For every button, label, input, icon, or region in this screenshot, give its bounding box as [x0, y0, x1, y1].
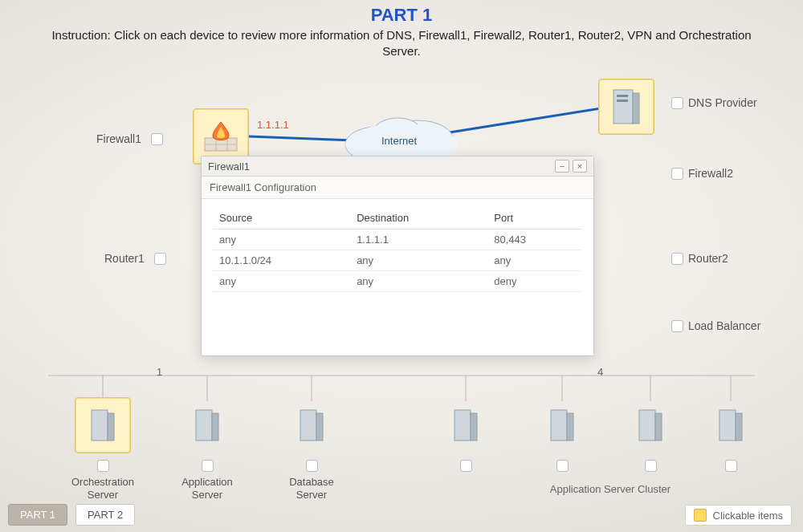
table-row: any any deny: [213, 271, 582, 292]
svg-rect-35: [719, 410, 736, 441]
svg-rect-33: [639, 410, 655, 441]
server-icon: [609, 87, 644, 127]
svg-rect-36: [736, 413, 742, 441]
server-icon: [546, 407, 578, 444]
checkbox-cluster-1[interactable]: [460, 460, 472, 472]
svg-rect-31: [551, 410, 567, 441]
col-source: Source: [213, 207, 350, 229]
col-destination: Destination: [350, 207, 487, 229]
svg-rect-25: [196, 410, 212, 441]
table-row: 10.1.1.0/24 any any: [213, 250, 582, 271]
svg-rect-11: [633, 93, 639, 124]
checkbox-router1[interactable]: [154, 253, 166, 265]
checkbox-firewall2[interactable]: [671, 168, 683, 180]
checkbox-router2[interactable]: [671, 253, 683, 265]
label-router1: Router1: [104, 252, 145, 265]
label-load-balancer: Load Balancer: [688, 319, 760, 332]
legend-clickable: Clickable items: [685, 505, 792, 526]
label-firewall1: Firewall1: [96, 132, 141, 145]
label-app-cluster: Application Server Cluster: [522, 483, 699, 495]
checkbox-orchestration[interactable]: [97, 460, 109, 472]
svg-rect-29: [454, 410, 471, 441]
tab-part1[interactable]: PART 1: [8, 504, 67, 526]
server-icon: [296, 407, 328, 444]
svg-rect-27: [300, 410, 316, 441]
close-button[interactable]: ×: [573, 160, 587, 173]
checkbox-app-server[interactable]: [202, 460, 214, 472]
cell: 10.1.1.0/24: [213, 250, 350, 271]
checkbox-firewall1[interactable]: [151, 133, 163, 145]
device-app-cluster-node[interactable]: [438, 397, 494, 453]
cell: any: [350, 250, 487, 271]
svg-rect-30: [471, 413, 477, 441]
svg-rect-12: [617, 95, 628, 97]
label-internet: Internet: [381, 135, 417, 147]
minimize-button[interactable]: −: [555, 160, 569, 173]
device-app-cluster-node[interactable]: [534, 397, 590, 453]
svg-rect-34: [655, 413, 662, 441]
server-icon: [87, 407, 119, 444]
checkbox-cluster-2[interactable]: [556, 460, 569, 472]
popup-subtitle: Firewall1 Configuration: [202, 177, 593, 199]
label-firewall2: Firewall2: [688, 167, 733, 180]
server-icon: [450, 407, 482, 444]
svg-rect-32: [567, 413, 573, 441]
device-orchestration-server[interactable]: [75, 397, 131, 453]
cell: any: [213, 271, 350, 292]
rail-fragment-right: 4: [597, 366, 603, 378]
legend-label: Clickable items: [713, 510, 783, 522]
page-instruction: Instruction: Click on each device to rev…: [0, 26, 803, 60]
checkbox-db-server[interactable]: [306, 460, 318, 472]
label-db-server: Database Server: [275, 476, 348, 501]
checkbox-dns-provider[interactable]: [671, 97, 683, 109]
label-orchestration: Orchestration Server: [67, 476, 139, 501]
rail-fragment-left: 1: [157, 366, 162, 378]
svg-rect-13: [617, 99, 628, 102]
cell: any: [487, 250, 582, 271]
cell: 1.1.1.1: [350, 229, 487, 250]
firewall-rules-table: Source Destination Port any 1.1.1.1 80,4…: [213, 207, 582, 292]
svg-rect-26: [212, 413, 218, 441]
device-app-cluster-node[interactable]: [703, 397, 759, 453]
table-row: any 1.1.1.1 80,443: [213, 229, 582, 250]
svg-rect-24: [108, 413, 114, 441]
page-title: PART 1: [0, 0, 803, 26]
device-application-server[interactable]: [179, 397, 235, 453]
firewall-icon: [202, 119, 240, 154]
popup-body: Source Destination Port any 1.1.1.1 80,4…: [202, 199, 593, 355]
popup-titlebar[interactable]: Firewall1 − ×: [202, 156, 593, 177]
checkbox-cluster-3[interactable]: [645, 460, 657, 472]
device-database-server[interactable]: [283, 397, 340, 453]
firewall1-ip: 1.1.1.1: [257, 119, 289, 131]
cell: deny: [487, 271, 582, 292]
firewall1-popup: Firewall1 − × Firewall1 Configuration So…: [201, 156, 594, 356]
device-app-cluster-node[interactable]: [622, 397, 679, 453]
cell: 80,443: [487, 229, 582, 250]
label-dns-provider: DNS Provider: [688, 96, 757, 109]
svg-rect-28: [316, 413, 323, 441]
label-router2: Router2: [688, 252, 728, 265]
server-icon: [191, 407, 223, 444]
legend-swatch: [694, 509, 707, 522]
server-icon: [634, 407, 666, 444]
col-port: Port: [487, 207, 582, 229]
checkbox-cluster-4[interactable]: [725, 460, 737, 472]
device-dns-provider[interactable]: [598, 79, 654, 135]
cell: any: [213, 229, 350, 250]
popup-title: Firewall1: [208, 160, 250, 173]
cell: any: [350, 271, 487, 292]
tab-part2[interactable]: PART 2: [75, 504, 135, 526]
checkbox-load-balancer[interactable]: [671, 320, 683, 332]
label-app-server: Application Server: [171, 476, 243, 501]
svg-rect-23: [92, 410, 108, 441]
server-icon: [715, 407, 747, 444]
